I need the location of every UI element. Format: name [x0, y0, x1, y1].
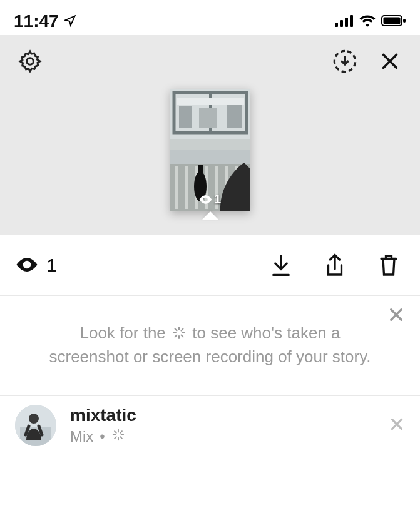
svg-rect-0 — [335, 23, 338, 27]
thumbnail-view-count: 1 — [199, 192, 221, 206]
svg-rect-14 — [199, 108, 217, 128]
svg-rect-16 — [170, 139, 250, 150]
battery-icon — [381, 11, 406, 31]
settings-button[interactable] — [15, 46, 45, 76]
save-story-button[interactable] — [330, 46, 360, 76]
viewer-subtitle: Mix • — [70, 428, 375, 445]
viewer-meta: mixtatic Mix • — [70, 405, 375, 445]
story-thumbnail-container: 1 — [170, 89, 250, 211]
thumbnail-pointer — [202, 211, 219, 220]
status-bar: 11:47 — [0, 0, 420, 35]
share-button[interactable] — [320, 250, 350, 280]
svg-rect-2 — [345, 18, 348, 27]
hint-dismiss-button[interactable] — [387, 306, 405, 329]
close-button[interactable] — [375, 46, 405, 76]
svg-rect-13 — [179, 106, 192, 128]
story-thumbnail[interactable]: 1 — [170, 89, 250, 211]
svg-rect-1 — [340, 20, 343, 27]
hint-text-before: Look for the — [79, 323, 165, 342]
viewer-separator: • — [100, 428, 105, 445]
svg-rect-15 — [227, 105, 242, 128]
wifi-icon — [359, 11, 376, 31]
views-count[interactable]: 1 — [16, 255, 57, 276]
svg-point-7 — [27, 58, 34, 65]
svg-rect-6 — [403, 19, 406, 23]
viewer-hide-button[interactable] — [389, 416, 405, 435]
location-icon — [64, 11, 76, 31]
screenshot-indicator-icon — [111, 428, 125, 445]
download-button[interactable] — [266, 250, 296, 280]
status-right — [335, 11, 406, 31]
screenshot-hint-banner: Look for the to see who's taken a screen… — [0, 296, 420, 396]
screenshot-burst-icon — [172, 324, 187, 346]
svg-rect-3 — [350, 15, 353, 27]
svg-rect-5 — [384, 18, 401, 24]
eye-icon — [16, 255, 38, 276]
viewer-username: mixtatic — [70, 405, 375, 425]
cellular-icon — [335, 11, 354, 31]
avatar[interactable] — [15, 405, 56, 446]
svg-point-30 — [29, 414, 39, 424]
thumbnail-view-number: 1 — [214, 192, 221, 206]
story-action-bar: 1 — [0, 235, 420, 296]
status-left: 11:47 — [14, 11, 76, 31]
story-archive-header: 1 — [0, 35, 420, 235]
status-time: 11:47 — [14, 11, 59, 31]
views-number: 1 — [46, 255, 57, 276]
delete-button[interactable] — [374, 250, 404, 280]
viewer-row[interactable]: mixtatic Mix • — [0, 396, 420, 455]
viewer-display-name: Mix — [70, 428, 93, 445]
svg-rect-27 — [198, 165, 203, 174]
svg-rect-12 — [177, 98, 244, 105]
